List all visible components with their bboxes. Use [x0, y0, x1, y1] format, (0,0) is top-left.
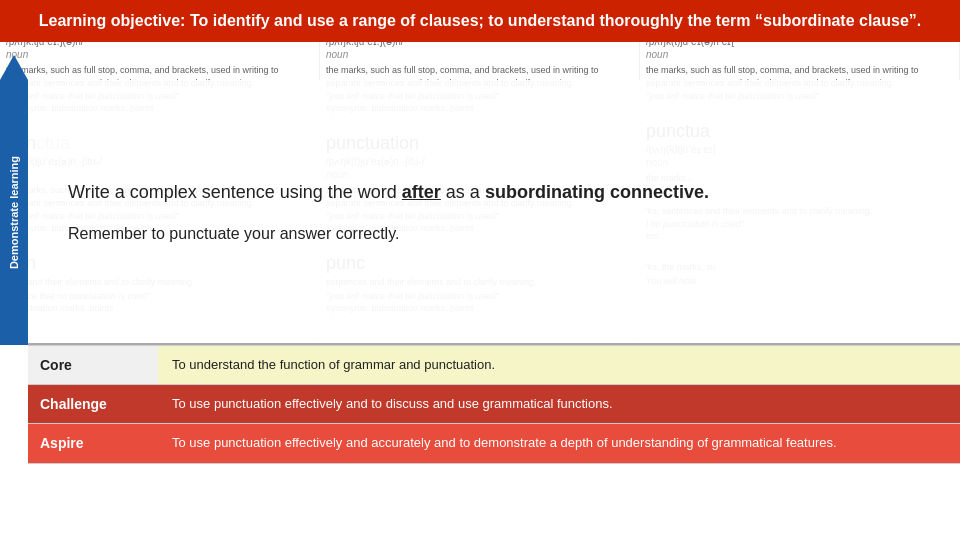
- diff-row-challenge: Challenge To use punctuation effectively…: [28, 384, 960, 423]
- keyword-after: after: [402, 182, 441, 202]
- connector-label: subordinating connective.: [485, 182, 709, 202]
- aspire-description: To use punctuation effectively and accur…: [158, 424, 960, 462]
- remember-prompt: Remember to punctuate your answer correc…: [68, 222, 920, 246]
- learning-objective-banner: Learning objective: To identify and use …: [0, 0, 960, 42]
- diff-row-aspire: Aspire To use punctuation effectively an…: [28, 423, 960, 463]
- core-description: To understand the function of grammar an…: [158, 346, 960, 384]
- sidebar-label-text: Demonstrate learning: [8, 156, 20, 269]
- prompt-prefix: Write a complex sentence using the word: [68, 182, 402, 202]
- challenge-description: To use punctuation effectively and to di…: [158, 385, 960, 423]
- sidebar-demonstrate-learning: Demonstrate learning: [0, 80, 28, 345]
- aspire-label: Aspire: [28, 424, 158, 462]
- diff-row-core: Core To understand the function of gramm…: [28, 345, 960, 384]
- core-label: Core: [28, 346, 158, 384]
- sentence-prompt: Write a complex sentence using the word …: [68, 179, 920, 206]
- challenge-label: Challenge: [28, 385, 158, 423]
- differentiation-table: Core To understand the function of gramm…: [28, 345, 960, 540]
- main-prompt-area: Write a complex sentence using the word …: [28, 80, 960, 345]
- prompt-middle: as a: [441, 182, 485, 202]
- up-arrow-icon: [0, 55, 28, 80]
